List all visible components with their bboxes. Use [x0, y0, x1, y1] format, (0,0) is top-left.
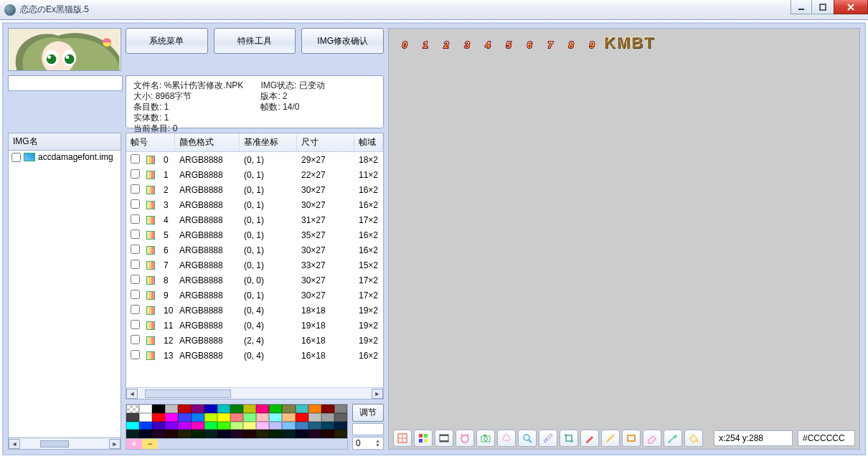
palette-swatch[interactable]: [139, 422, 152, 430]
frame-row-checkbox[interactable]: [131, 350, 140, 359]
adjust-button[interactable]: 调节: [352, 404, 384, 422]
palette-swatch[interactable]: [178, 430, 191, 438]
palette-swatch[interactable]: [152, 430, 165, 438]
palette-swatch[interactable]: [334, 430, 347, 438]
palette-swatch[interactable]: [192, 422, 204, 430]
palette-swatch[interactable]: [296, 430, 308, 438]
frame-row-checkbox[interactable]: [131, 260, 140, 269]
palette-swatch[interactable]: [152, 413, 165, 422]
frame-row-checkbox[interactable]: [131, 275, 140, 284]
palette-swatch[interactable]: [282, 430, 295, 438]
palette-swatch[interactable]: [334, 422, 347, 430]
palette-swatch[interactable]: [282, 404, 295, 413]
palette-swatch[interactable]: [217, 430, 230, 438]
preview-canvas[interactable]: 0123456789KMBT x:254 y:288 #CCCCCC: [388, 28, 860, 450]
palette-swatch[interactable]: [126, 413, 139, 422]
frame-row-checkbox[interactable]: [131, 305, 140, 314]
window-minimize-button[interactable]: [791, 0, 812, 14]
frame-row-checkbox[interactable]: [131, 320, 140, 329]
scroll-left-icon[interactable]: ◄: [9, 439, 20, 449]
palette-swatch[interactable]: [126, 422, 139, 430]
frame-row-checkbox[interactable]: [131, 290, 140, 299]
palette-swatch[interactable]: [334, 413, 347, 422]
palette-swatch[interactable]: [192, 430, 204, 438]
palette-swatch[interactable]: [204, 422, 217, 430]
frame-row[interactable]: 5ARGB8888(0, 1)35×2716×2: [126, 227, 383, 242]
frame-row[interactable]: 4ARGB8888(0, 1)31×2717×2: [126, 212, 383, 227]
frame-row[interactable]: 6ARGB8888(0, 1)30×2716×2: [126, 242, 383, 257]
palette-swatch[interactable]: [243, 413, 256, 422]
palette-swatch[interactable]: [230, 404, 243, 413]
palette-swatch[interactable]: [139, 404, 152, 413]
palette-swatch[interactable]: [243, 430, 256, 438]
frame-row[interactable]: 8ARGB8888(0, 0)30×2717×2: [126, 273, 383, 288]
tool-grid[interactable]: [393, 430, 412, 447]
th-xy[interactable]: 基准坐标: [240, 133, 297, 151]
palette-swatch[interactable]: [269, 422, 282, 430]
spinner-down-icon[interactable]: ▼: [375, 443, 380, 448]
frame-row[interactable]: 2ARGB8888(0, 1)30×2716×2: [126, 182, 383, 197]
frame-row[interactable]: 11ARGB8888(0, 4)19×1819×2: [126, 318, 383, 333]
palette-swatch[interactable]: [296, 422, 308, 430]
img-confirm-button[interactable]: IMG修改确认: [301, 28, 384, 54]
frame-row-checkbox[interactable]: [131, 169, 140, 179]
frame-row[interactable]: 9ARGB8888(0, 1)30×2717×2: [126, 288, 383, 303]
th-fr[interactable]: 帧域: [354, 133, 383, 151]
special-tools-button[interactable]: 特殊工具: [214, 28, 296, 54]
palette-swatch[interactable]: [282, 413, 295, 422]
frame-row-checkbox[interactable]: [131, 230, 140, 239]
window-maximize-button[interactable]: [812, 0, 834, 14]
palette-swatch[interactable]: [217, 422, 230, 430]
frame-table-hscroll[interactable]: ◄ ►: [126, 387, 383, 399]
palette-plus-button[interactable]: +: [126, 439, 142, 449]
palette-swatch[interactable]: [204, 413, 217, 422]
palette-swatch[interactable]: [334, 404, 347, 413]
palette-swatch[interactable]: [152, 404, 165, 413]
palette-swatch[interactable]: [230, 413, 243, 422]
palette-swatch[interactable]: [256, 404, 269, 413]
palette-swatch[interactable]: [308, 404, 321, 413]
palette-swatch[interactable]: [230, 422, 243, 430]
frame-row-checkbox[interactable]: [131, 214, 140, 224]
list-item-checkbox[interactable]: [11, 153, 21, 162]
find-input[interactable]: [8, 75, 123, 91]
palette-spinner[interactable]: 0 ▲▼: [352, 437, 384, 450]
palette-swatch[interactable]: [256, 430, 269, 438]
frame-row-checkbox[interactable]: [131, 335, 140, 344]
tool-picker[interactable]: [664, 430, 682, 447]
frame-row[interactable]: 7ARGB8888(0, 1)33×2715×2: [126, 257, 383, 273]
palette-minus-button[interactable]: −: [142, 439, 158, 449]
tool-camera[interactable]: [476, 430, 495, 447]
img-list-item[interactable]: accdamagefont.img: [9, 151, 121, 164]
img-list-hscroll[interactable]: ◄ ►: [8, 438, 121, 450]
palette-swatch[interactable]: [321, 430, 334, 438]
frame-row[interactable]: 3ARGB8888(0, 1)30×2716×2: [126, 197, 383, 212]
palette-swatch[interactable]: [321, 404, 334, 413]
palette-swatch[interactable]: [217, 404, 230, 413]
palette-swatch[interactable]: [165, 422, 178, 430]
palette-swatch[interactable]: [256, 422, 269, 430]
palette-swatch[interactable]: [282, 422, 295, 430]
palette-swatch[interactable]: [139, 430, 152, 438]
palette-swatch[interactable]: [204, 430, 217, 438]
tool-palette[interactable]: [414, 430, 433, 447]
palette-swatch[interactable]: [165, 404, 178, 413]
palette-swatch[interactable]: [204, 404, 217, 413]
palette-swatch[interactable]: [139, 413, 152, 422]
frame-row[interactable]: 12ARGB8888(2, 4)16×1819×2: [126, 333, 383, 348]
palette-swatch[interactable]: [321, 413, 334, 422]
frame-row-checkbox[interactable]: [131, 199, 140, 209]
palette-swatch[interactable]: [269, 413, 282, 422]
palette-swatch[interactable]: [126, 404, 139, 413]
scroll-left-icon[interactable]: ◄: [126, 389, 138, 399]
palette-swatch[interactable]: [308, 413, 321, 422]
palette-swatch[interactable]: [296, 404, 308, 413]
palette-swatch[interactable]: [152, 422, 165, 430]
scroll-thumb[interactable]: [40, 440, 69, 448]
palette-swatch[interactable]: [217, 413, 230, 422]
palette-swatch[interactable]: [178, 404, 191, 413]
palette-swatch[interactable]: [192, 413, 204, 422]
tool-crop[interactable]: [560, 430, 578, 447]
palette-swatch[interactable]: [178, 413, 191, 422]
frame-row[interactable]: 0ARGB8888(0, 1)29×2718×2: [126, 152, 383, 167]
